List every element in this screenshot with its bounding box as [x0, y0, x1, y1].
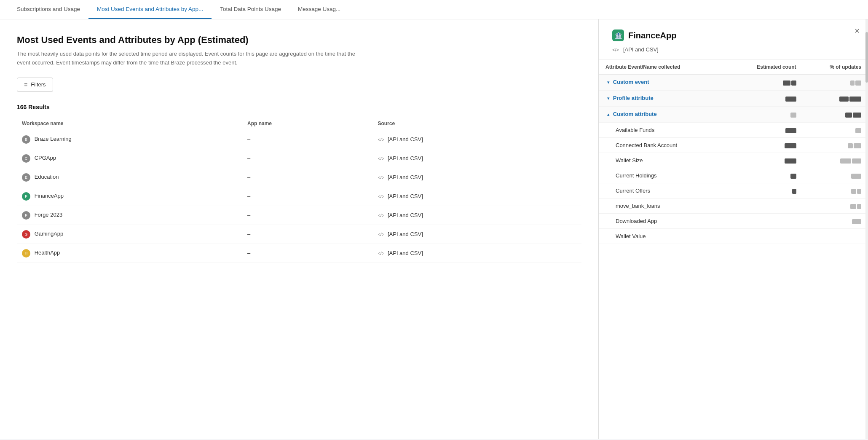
category-pct-cell: [803, 75, 868, 91]
list-item: Wallet Size: [599, 153, 868, 168]
workspace-cell: C CPGApp: [17, 149, 242, 168]
drawer-source: </> [API and CSV]: [612, 46, 855, 53]
workspace-name: CPGApp: [35, 155, 56, 161]
close-button[interactable]: ×: [855, 26, 860, 36]
drawer-col-name: Attribute Event/Name collected: [599, 60, 726, 75]
scrollbar-thumb: [865, 32, 868, 83]
source-cell: </> [API and CSV]: [372, 187, 581, 206]
code-icon: </>: [378, 137, 384, 142]
table-row[interactable]: B Braze Learning – </> [API and CSV]: [17, 130, 581, 149]
sub-item-count: [726, 123, 803, 138]
workspace-cell: F Forge 2023: [17, 206, 242, 225]
workspace-icon: H: [22, 249, 30, 258]
list-item: Downloaded App: [599, 214, 868, 229]
drawer-table-wrap: Attribute Event/Name collected Estimated…: [599, 60, 868, 439]
right-panel: × 🏦 FinanceApp </> [API and CSV] Attribu…: [598, 19, 868, 439]
category-row-custom-attribute: ▴ Custom attribute: [599, 107, 868, 123]
tab-total-data[interactable]: Total Data Points Usage: [212, 0, 289, 19]
workspace-name: Forge 2023: [35, 212, 63, 218]
drawer-col-count: Estimated count: [726, 60, 803, 75]
results-count: 166 Results: [17, 104, 581, 110]
workspace-cell: E Education: [17, 168, 242, 187]
code-icon: </>: [378, 194, 384, 199]
sub-item-pct: [803, 183, 868, 199]
sub-item-count: [726, 199, 803, 214]
drawer-app-name: 🏦 FinanceApp: [612, 30, 855, 41]
app-name-cell: –: [242, 187, 372, 206]
table-row[interactable]: F FinanceApp – </> [API and CSV]: [17, 187, 581, 206]
workspace-cell: H HealthApp: [17, 244, 242, 263]
sub-item-pct: [803, 153, 868, 168]
col-source: Source: [372, 117, 581, 130]
source-cell: </> [API and CSV]: [372, 244, 581, 263]
chevron-down-icon[interactable]: ▾: [605, 95, 611, 102]
scrollbar-track[interactable]: [865, 19, 868, 439]
category-count-cell: [726, 91, 803, 107]
app-name-cell: –: [242, 244, 372, 263]
table-row[interactable]: C CPGApp – </> [API and CSV]: [17, 149, 581, 168]
table-row[interactable]: F Forge 2023 – </> [API and CSV]: [17, 206, 581, 225]
workspace-name: HealthApp: [35, 250, 60, 256]
category-name-cell[interactable]: ▾ Profile attribute: [599, 91, 726, 107]
table-row[interactable]: G GamingApp – </> [API and CSV]: [17, 225, 581, 244]
code-icon: </>: [378, 156, 384, 161]
category-link-custom-attribute[interactable]: Custom attribute: [613, 111, 657, 117]
code-icon: </>: [378, 175, 384, 180]
drawer-app-icon: 🏦: [612, 30, 624, 41]
list-item: move_bank_loans: [599, 199, 868, 214]
chevron-down-icon[interactable]: ▾: [605, 79, 611, 86]
tab-most-used[interactable]: Most Used Events and Attributes by App..…: [88, 0, 212, 19]
sub-item-count: [726, 153, 803, 168]
workspace-icon: F: [22, 211, 30, 220]
sub-item-name: Available Funds: [599, 123, 726, 138]
category-link-profile-attribute[interactable]: Profile attribute: [613, 95, 654, 101]
main-content: Most Used Events and Attributes by App (…: [0, 19, 868, 439]
drawer-header: 🏦 FinanceApp </> [API and CSV]: [599, 19, 868, 60]
table-row[interactable]: H HealthApp – </> [API and CSV]: [17, 244, 581, 263]
category-count-cell: [726, 75, 803, 91]
tab-message-usage[interactable]: Message Usag...: [289, 0, 349, 19]
sub-item-count: [726, 138, 803, 153]
workspace-name: Braze Learning: [35, 136, 72, 142]
sub-item-name: Current Offers: [599, 183, 726, 199]
workspace-cell: G GamingApp: [17, 225, 242, 244]
drawer-table: Attribute Event/Name collected Estimated…: [599, 60, 868, 244]
table-row[interactable]: E Education – </> [API and CSV]: [17, 168, 581, 187]
app-name-cell: –: [242, 130, 372, 149]
app-name-cell: –: [242, 225, 372, 244]
category-name-cell[interactable]: ▾ Custom event: [599, 75, 726, 91]
sub-item-pct: [803, 123, 868, 138]
code-icon: </>: [378, 251, 384, 256]
list-item: Current Holdings: [599, 168, 868, 183]
sub-item-pct: [803, 168, 868, 183]
sub-item-count: [726, 214, 803, 229]
tab-subscriptions[interactable]: Subscriptions and Usage: [8, 0, 88, 19]
sub-item-name: Connected Bank Account: [599, 138, 726, 153]
workspace-icon: C: [22, 154, 30, 163]
col-app: App name: [242, 117, 372, 130]
sub-item-name: Wallet Value: [599, 229, 726, 244]
sub-item-name: move_bank_loans: [599, 199, 726, 214]
sub-item-name: Downloaded App: [599, 214, 726, 229]
sub-item-pct: [803, 214, 868, 229]
sub-item-count: [726, 168, 803, 183]
sub-item-count: [726, 229, 803, 244]
sub-item-name: Wallet Size: [599, 153, 726, 168]
drawer-col-pct: % of updates: [803, 60, 868, 75]
app-name-cell: –: [242, 149, 372, 168]
category-name-cell[interactable]: ▴ Custom attribute: [599, 107, 726, 123]
source-cell: </> [API and CSV]: [372, 130, 581, 149]
workspace-icon: B: [22, 135, 30, 144]
category-count-cell: [726, 107, 803, 123]
filters-button[interactable]: ≡ Filters: [17, 78, 53, 92]
workspace-name: GamingApp: [35, 231, 64, 237]
category-row-profile-attribute: ▾ Profile attribute: [599, 91, 868, 107]
workspace-cell: F FinanceApp: [17, 187, 242, 206]
tab-bar: Subscriptions and UsageMost Used Events …: [0, 0, 868, 19]
workspace-cell: B Braze Learning: [17, 130, 242, 149]
workspace-icon: E: [22, 173, 30, 182]
filters-label: Filters: [31, 81, 46, 88]
category-link-custom-event[interactable]: Custom event: [613, 79, 649, 85]
chevron-up-icon[interactable]: ▴: [605, 111, 611, 118]
data-table: Workspace name App name Source B Braze L…: [17, 117, 581, 263]
